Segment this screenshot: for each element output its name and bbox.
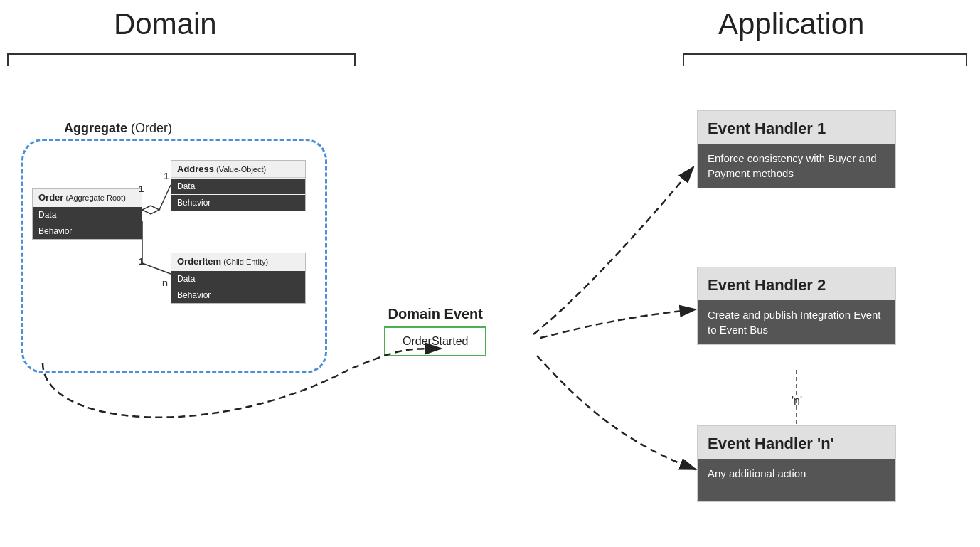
application-section-title: Application xyxy=(718,7,864,41)
address-box: Address (Value-Object) Data Behavior xyxy=(171,160,306,211)
event-handler-n-desc: Any additional action xyxy=(698,459,895,501)
address-behavior-row: Behavior xyxy=(171,195,305,211)
event-handler-n-card: Event Handler 'n' Any additional action xyxy=(697,425,896,502)
event-handler-1-desc: Enforce consistency with Buyer and Payme… xyxy=(698,144,895,188)
orderitem-title-small: (Child Entity) xyxy=(221,257,268,266)
n-connector-label: 'n' xyxy=(792,395,802,408)
connector-label-1a: 1 xyxy=(139,184,144,194)
address-data-row: Data xyxy=(171,179,305,194)
dashed-arrow-event-handler2 xyxy=(540,309,696,338)
connector-label-1b: 1 xyxy=(164,171,169,181)
order-title-bold: Order xyxy=(38,192,63,203)
domain-event-area: Domain Event OrderStarted xyxy=(384,306,486,356)
address-title-small: (Value-Object) xyxy=(214,165,266,174)
event-handler-2-desc: Create and publish Integration Event to … xyxy=(698,300,895,344)
aggregate-normal: (Order) xyxy=(127,121,172,135)
event-handler-1-title: Event Handler 1 xyxy=(698,111,895,144)
domain-event-title: Domain Event xyxy=(384,306,486,322)
event-handler-n-title: Event Handler 'n' xyxy=(698,426,895,459)
order-data-row: Data xyxy=(33,207,142,223)
connector-label-1c: 1 xyxy=(139,256,144,267)
dashed-arrow-event-handler1 xyxy=(533,167,693,334)
orderitem-box-title: OrderItem (Child Entity) xyxy=(171,253,305,270)
event-handler-2-title: Event Handler 2 xyxy=(698,267,895,300)
order-title-small: (Aggregate Root) xyxy=(63,193,125,202)
order-behavior-row: Behavior xyxy=(33,223,142,239)
domain-section-title: Domain xyxy=(114,7,217,41)
event-handler-2-card: Event Handler 2 Create and publish Integ… xyxy=(697,267,896,345)
orderitem-box: OrderItem (Child Entity) Data Behavior xyxy=(171,253,306,304)
order-box: Order (Aggregate Root) Data Behavior xyxy=(32,188,142,240)
address-box-title: Address (Value-Object) xyxy=(171,161,305,178)
diagram-container: Domain Application Aggregate (Order) Ord… xyxy=(0,0,980,547)
aggregate-label: Aggregate (Order) xyxy=(64,121,172,136)
domain-event-box: OrderStarted xyxy=(384,326,486,356)
dashed-arrow-event-handlern xyxy=(537,356,696,469)
application-bracket xyxy=(683,53,967,66)
domain-bracket xyxy=(7,53,356,66)
orderitem-title-bold: OrderItem xyxy=(177,256,221,267)
event-handler-1-card: Event Handler 1 Enforce consistency with… xyxy=(697,110,896,188)
connector-label-n: n xyxy=(162,277,168,288)
order-box-title: Order (Aggregate Root) xyxy=(33,189,142,206)
orderitem-data-row: Data xyxy=(171,271,305,287)
aggregate-bold: Aggregate xyxy=(64,121,127,135)
orderitem-behavior-row: Behavior xyxy=(171,287,305,303)
address-title-bold: Address xyxy=(177,164,214,174)
